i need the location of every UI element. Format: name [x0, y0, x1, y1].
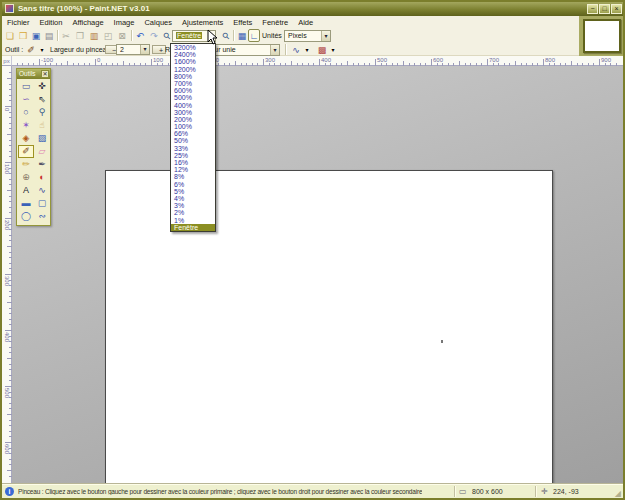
- freeform-shape-tool[interactable]: ∾: [34, 210, 50, 223]
- close-button[interactable]: ×: [611, 4, 622, 14]
- ruler-tick: [7, 414, 12, 415]
- save-button[interactable]: ▣: [30, 29, 42, 42]
- menu-item-aide[interactable]: Aide: [293, 16, 318, 29]
- zoom-option-200pct[interactable]: 200%: [171, 116, 215, 123]
- paint-bucket-tool[interactable]: ◈: [18, 132, 34, 145]
- zoom-option-1pct[interactable]: 1%: [171, 217, 215, 224]
- recolor-tool[interactable]: ◐: [34, 171, 50, 184]
- paintbrush-tool[interactable]: ✐: [18, 145, 34, 158]
- zoom-in-button[interactable]: ⚲: [220, 29, 232, 42]
- zoom-tool[interactable]: ⚲: [34, 106, 50, 119]
- blend-mode-button[interactable]: ▩: [315, 43, 329, 56]
- undo-button[interactable]: ↶: [134, 29, 146, 42]
- move-selection-tool[interactable]: ⇖: [34, 93, 50, 106]
- menu-item-edition[interactable]: Edition: [35, 16, 68, 29]
- v-ruler-label: 200: [4, 220, 10, 230]
- copy-button[interactable]: ❐: [74, 29, 86, 42]
- text-tool[interactable]: A: [18, 184, 34, 197]
- zoom-option-6pct[interactable]: 6%: [171, 181, 215, 188]
- active-tool-button[interactable]: ✐: [24, 43, 38, 56]
- pan-tool[interactable]: ☝: [34, 119, 50, 132]
- zoom-option-3pct[interactable]: 3%: [171, 202, 215, 209]
- menu-item-image[interactable]: Image: [109, 16, 140, 29]
- zoom-option-400pct[interactable]: 400%: [171, 102, 215, 109]
- deselect-button[interactable]: ⊠: [116, 29, 128, 42]
- rectangle-select-tool[interactable]: ▭: [18, 80, 34, 93]
- resize-grip[interactable]: ◢: [615, 489, 621, 498]
- gradient-tool[interactable]: ▨: [34, 132, 50, 145]
- zoom-option-300pct[interactable]: 300%: [171, 109, 215, 116]
- blend-mode-arrow[interactable]: ▾: [329, 43, 337, 56]
- freeform-shape-icon: ∾: [38, 211, 46, 221]
- zoom-option-1600pct[interactable]: 1600%: [171, 58, 215, 65]
- zoom-option-500pct[interactable]: 500%: [171, 94, 215, 101]
- zoom-option-100pct[interactable]: 100%: [171, 123, 215, 130]
- clone-stamp-tool[interactable]: ⊕: [18, 171, 34, 184]
- units-combobox[interactable]: Pixels ▾: [284, 30, 331, 42]
- zoom-option-8pct[interactable]: 8%: [171, 173, 215, 180]
- zoom-option-4pct[interactable]: 4%: [171, 195, 215, 202]
- zoom-out-button[interactable]: ⚲: [161, 29, 173, 42]
- new-button[interactable]: ❏: [4, 29, 16, 42]
- title-bar[interactable]: Sans titre (100%) - Paint.NET v3.01 − □ …: [2, 2, 623, 16]
- lasso-select-tool[interactable]: ∽: [18, 93, 34, 106]
- chevron-down-icon[interactable]: ▾: [321, 31, 330, 41]
- menu-item-calques[interactable]: Calques: [139, 16, 177, 29]
- zoom-option-12pct[interactable]: 12%: [171, 166, 215, 173]
- maximize-button[interactable]: □: [599, 4, 610, 14]
- chevron-down-icon: ▾: [40, 47, 43, 53]
- chevron-down-icon[interactable]: ▾: [140, 45, 149, 54]
- zoom-option-66pct[interactable]: 66%: [171, 130, 215, 137]
- ruler-tick: [7, 470, 12, 471]
- ruler-tick: [9, 420, 12, 421]
- grid-button[interactable]: ▦: [236, 29, 248, 42]
- workspace[interactable]: [12, 66, 623, 483]
- print-button[interactable]: ▤: [43, 29, 55, 42]
- zoom-option-2pct[interactable]: 2%: [171, 209, 215, 216]
- brush-width-combobox[interactable]: 2 ▾: [116, 44, 150, 55]
- curve-style-arrow[interactable]: ▾: [303, 43, 311, 56]
- redo-button[interactable]: ↷: [148, 29, 160, 42]
- zoom-option-1200pct[interactable]: 1200%: [171, 66, 215, 73]
- menu-item-fenetre[interactable]: Fenêtre: [257, 16, 293, 29]
- move-pixels-tool[interactable]: ✜: [34, 80, 50, 93]
- zoom-option-5pct[interactable]: 5%: [171, 188, 215, 195]
- line-curve-tool[interactable]: ∿: [34, 184, 50, 197]
- zoom-option-fenêtre[interactable]: Fenêtre: [171, 224, 215, 231]
- zoom-option-2400pct[interactable]: 2400%: [171, 51, 215, 58]
- magic-wand-tool[interactable]: ✶: [18, 119, 34, 132]
- width-increase-button[interactable]: +: [152, 45, 166, 54]
- eraser-tool[interactable]: ▱: [34, 145, 50, 158]
- rounded-rectangle-tool[interactable]: ▢: [34, 197, 50, 210]
- paintbrush-icon: ✐: [22, 146, 30, 156]
- menu-item-affichage[interactable]: Affichage: [67, 16, 108, 29]
- zoom-option-16pct[interactable]: 16%: [171, 159, 215, 166]
- zoom-option-600pct[interactable]: 600%: [171, 87, 215, 94]
- zoom-option-700pct[interactable]: 700%: [171, 80, 215, 87]
- close-icon[interactable]: ✕: [41, 70, 49, 78]
- menu-item-effets[interactable]: Effets: [228, 16, 257, 29]
- curve-style-button[interactable]: ∿: [289, 43, 303, 56]
- open-button[interactable]: ❒: [17, 29, 29, 42]
- ellipse-select-tool[interactable]: ○: [18, 106, 34, 119]
- crop-button[interactable]: ◰: [102, 29, 114, 42]
- zoom-option-25pct[interactable]: 25%: [171, 152, 215, 159]
- pencil-tool[interactable]: ✏: [18, 158, 34, 171]
- menu-item-fichier[interactable]: Fichier: [2, 16, 35, 29]
- chevron-down-icon[interactable]: ▾: [270, 45, 279, 55]
- zoom-option-50pct[interactable]: 50%: [171, 137, 215, 144]
- cut-button[interactable]: ✂: [60, 29, 72, 42]
- rounded-rectangle-icon: ▢: [38, 198, 47, 208]
- ellipse-tool[interactable]: ◯: [18, 210, 34, 223]
- color-picker-tool[interactable]: ✒: [34, 158, 50, 171]
- tool-dropdown-arrow[interactable]: ▾: [38, 43, 46, 56]
- ruler-tick: [7, 302, 12, 303]
- zoom-option-800pct[interactable]: 800%: [171, 73, 215, 80]
- paste-button[interactable]: ▥: [88, 29, 100, 42]
- rectangle-tool[interactable]: ▬: [18, 197, 34, 210]
- minimize-button[interactable]: −: [587, 4, 598, 14]
- open-image-thumbnail[interactable]: [583, 19, 621, 53]
- zoom-option-33pct[interactable]: 33%: [171, 145, 215, 152]
- rulers-button[interactable]: ∟: [248, 29, 260, 42]
- menu-item-ajustements[interactable]: Ajustements: [177, 16, 228, 29]
